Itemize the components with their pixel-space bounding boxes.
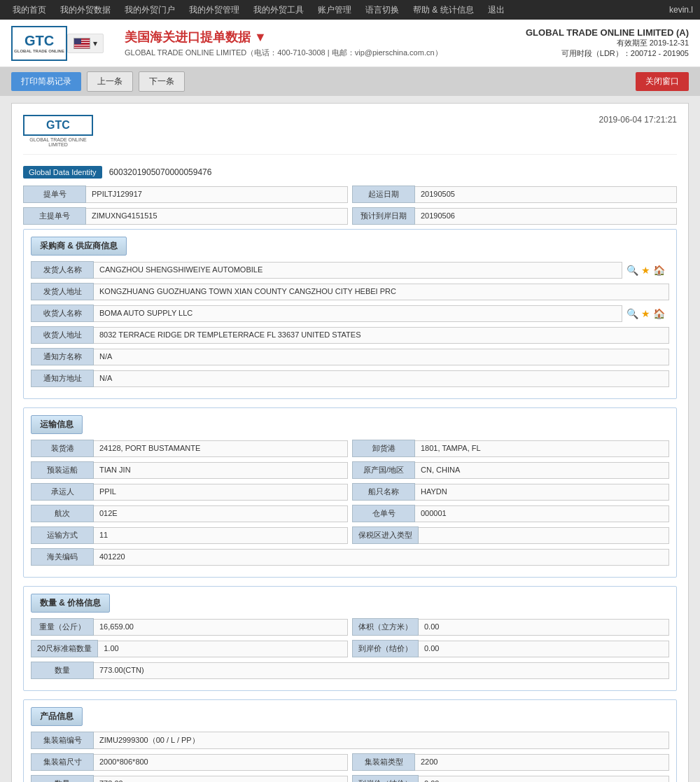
nav-items: 我的首页 我的外贸数据 我的外贸门户 我的外贸管理 我的外贸工具 账户管理 语言…: [7, 0, 510, 20]
consignee-search-icon[interactable]: 🔍: [626, 308, 638, 319]
company-name: GLOBAL TRADE ONLINE LIMITED (A): [526, 27, 689, 38]
doc-logo-inner: GTC: [23, 115, 93, 136]
volume-value: 0.00: [419, 619, 669, 636]
company-logo: GTC GLOBAL TRADE ONLINE: [11, 26, 67, 61]
transport-section-title: 运输信息: [31, 415, 83, 434]
departure-port-label: 装货港: [31, 440, 94, 457]
qi-yun-value: 20190505: [415, 186, 677, 203]
zhu-ti-dan-label: 主提单号: [23, 207, 86, 225]
volume-field: 体积（立方米） 0.00: [352, 618, 669, 636]
customs-code-row: 海关编码 401220: [31, 548, 669, 566]
print-button[interactable]: 打印简易记录: [11, 72, 81, 91]
nav-portal[interactable]: 我的外贸门户: [119, 0, 181, 20]
product-qty-label: 数量: [31, 775, 94, 782]
nav-management[interactable]: 我的外贸管理: [183, 0, 245, 20]
nav-language[interactable]: 语言切换: [360, 0, 405, 20]
nav-home[interactable]: 我的首页: [7, 0, 52, 20]
page-title: 美国海关进口提单数据 ▼: [125, 29, 512, 46]
quantity-row: 数量 773.00(CTN): [31, 662, 669, 679]
product-price-value: 0.00: [419, 776, 669, 783]
arrival-price-field: 到岸价（结价） 0.00: [352, 640, 669, 657]
shipper-name-icons: 🔍 ★ 🏠: [622, 263, 669, 277]
vessel-label: 船只名称: [352, 483, 415, 501]
bill-number-row: 提单号 PPILTJ129917 起运日期 20190505: [23, 186, 677, 203]
consignee-addr-label: 收货人地址: [31, 326, 94, 344]
pre-transport-value: TIAN JIN: [94, 462, 348, 479]
notify-addr-value: N/A: [94, 370, 669, 387]
carrier-value: PPIL: [94, 484, 348, 501]
contact-info: GLOBAL TRADE ONLINE LIMITED（电话：400-710-3…: [125, 48, 512, 58]
transport-row5: 运输方式 11 保税区进入类型: [31, 526, 669, 544]
consignee-name-label: 收货人名称: [31, 305, 94, 322]
std-20ft-value: 1.00: [98, 641, 348, 657]
arrival-price-value: 0.00: [419, 641, 669, 657]
product-price-label: 到岸价（结价）: [352, 775, 419, 782]
product-qty-field: 数量 773.00: [31, 775, 348, 782]
supplier-section: 采购商 & 供应商信息 发货人名称 CANGZHOU SHENGSHIWEIYE…: [23, 229, 677, 399]
transport-mode-field: 运输方式 11: [31, 526, 348, 544]
supplier-section-title: 采购商 & 供应商信息: [31, 237, 127, 256]
zhu-ti-dan-field: 主提单号 ZIMUXNG4151515: [23, 207, 348, 225]
std-20ft-row: 20尺标准箱数量 1.00 到岸价（结价） 0.00: [31, 640, 669, 657]
username: kevin.l: [669, 5, 693, 15]
notify-name-label: 通知方名称: [31, 348, 94, 365]
vessel-field: 船只名称 HAYDN: [352, 483, 669, 501]
main-content: GTC GLOBAL TRADE ONLINE LIMITED 2019-06-…: [11, 103, 689, 782]
container-code-label: 集装箱编号: [31, 732, 94, 749]
container-no-value: 000001: [415, 505, 669, 522]
shipper-addr-value: KONGZHUANG GUOZHUANG TOWN XIAN COUNTY CA…: [94, 284, 669, 300]
yj-dao-field: 预计到岸日期 20190506: [352, 207, 677, 225]
nav-data[interactable]: 我的外贸数据: [55, 0, 116, 20]
global-id-label: Global Data Identity: [23, 166, 102, 179]
consignee-star-icon[interactable]: ★: [641, 308, 650, 319]
container-size-value: 2000*806*800: [94, 754, 348, 771]
container-type-label: 集装箱类型: [352, 753, 415, 771]
next-button[interactable]: 下一条: [139, 71, 185, 92]
flag-selector[interactable]: ▾: [67, 34, 104, 53]
volume-label: 体积（立方米）: [352, 618, 419, 636]
prev-button[interactable]: 上一条: [87, 71, 133, 92]
ti-dan-label: 提单号: [23, 186, 86, 203]
transport-row4: 航次 012E 仓单号 000001: [31, 505, 669, 522]
voyage-label: 航次: [31, 505, 94, 522]
container-size-label: 集装箱尺寸: [31, 753, 94, 771]
consignee-name-value: BOMA AUTO SUPPLY LLC: [94, 305, 622, 322]
transport-row2: 预装运船 TIAN JIN 原产国/地区 CN, CHINA: [31, 461, 669, 479]
doc-logo: GTC GLOBAL TRADE ONLINE LIMITED: [23, 115, 93, 147]
shipper-addr-row: 发货人地址 KONGZHUANG GUOZHUANG TOWN XIAN COU…: [31, 283, 669, 300]
quantity-label: 数量: [31, 662, 94, 679]
arrival-port-value: 1801, TAMPA, FL: [415, 440, 669, 457]
nav-account[interactable]: 账户管理: [312, 0, 357, 20]
arrival-price-label: 到岸价（结价）: [352, 640, 419, 657]
transport-mode-value: 11: [94, 527, 348, 544]
global-id-value: 6003201905070000059476: [109, 167, 212, 177]
top-navigation: 我的首页 我的外贸数据 我的外贸门户 我的外贸管理 我的外贸工具 账户管理 语言…: [0, 0, 700, 20]
search-icon[interactable]: 🔍: [626, 265, 638, 276]
us-flag-icon: [74, 38, 90, 49]
transport-mode-label: 运输方式: [31, 526, 94, 544]
nav-tools[interactable]: 我的外贸工具: [248, 0, 309, 20]
vessel-value: HAYDN: [415, 484, 669, 501]
nav-help[interactable]: 帮助 & 统计信息: [407, 0, 479, 20]
pre-transport-field: 预装运船 TIAN JIN: [31, 461, 348, 479]
account-info: GLOBAL TRADE ONLINE LIMITED (A) 有效期至 201…: [526, 27, 689, 59]
notify-addr-label: 通知方地址: [31, 370, 94, 387]
quantity-value: 773.00(CTN): [94, 662, 669, 679]
departure-port-field: 装货港 24128, PORT BUSTAMANTE: [31, 440, 348, 457]
logo-gtc-text: GTC: [24, 33, 54, 49]
logo-area: GTC GLOBAL TRADE ONLINE: [11, 26, 67, 61]
main-bill-row: 主提单号 ZIMUXNG4151515 预计到岸日期 20190506: [23, 207, 677, 225]
product-price-field: 到岸价（结价） 0.00: [352, 775, 669, 782]
header-center: 美国海关进口提单数据 ▼ GLOBAL TRADE ONLINE LIMITED…: [111, 29, 526, 58]
carrier-field: 承运人 PPIL: [31, 483, 348, 501]
product-qty-row: 数量 773.00 到岸价（结价） 0.00: [31, 775, 669, 782]
star-icon[interactable]: ★: [641, 265, 650, 276]
container-size-field: 集装箱尺寸 2000*806*800: [31, 753, 348, 771]
close-button[interactable]: 关闭窗口: [636, 72, 689, 91]
home-icon[interactable]: 🏠: [653, 265, 665, 276]
container-no-field: 仓单号 000001: [352, 505, 669, 522]
nav-logout[interactable]: 退出: [482, 0, 510, 20]
voyage-value: 012E: [94, 505, 348, 522]
consignee-home-icon[interactable]: 🏠: [653, 308, 665, 319]
qi-yun-label: 起运日期: [352, 186, 415, 203]
